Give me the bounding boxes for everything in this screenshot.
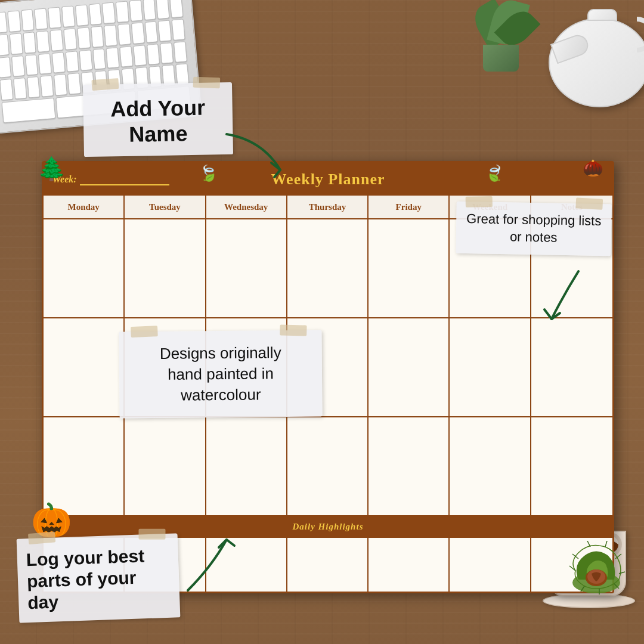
plant-decoration: [471, 0, 531, 72]
arrow-name-to-planner: [215, 128, 292, 182]
teapot-handle: [637, 17, 644, 52]
tape-right: [193, 77, 221, 89]
tape-log-left: [28, 531, 55, 544]
svg-line-8: [619, 572, 625, 574]
svg-line-4: [572, 554, 578, 559]
chestnut-svg: [566, 541, 626, 595]
day-header-tuesday: Tuesday: [125, 196, 206, 218]
grid-row-3: [44, 417, 612, 515]
note-log-text: Log your best parts of your day: [26, 544, 171, 614]
note-watercolour-text: Designs originally hand painted in water…: [128, 342, 314, 407]
teapot-body: [549, 18, 644, 107]
tape-shopping-left: [466, 196, 493, 208]
highlight-cell-5[interactable]: [369, 538, 450, 592]
grid-cell-3-7[interactable]: [531, 417, 612, 515]
tape-watercolour-left: [131, 326, 158, 338]
grid-cell-1-4[interactable]: [287, 219, 369, 317]
tape-watercolour-right: [280, 324, 306, 336]
day-header-thursday: Thursday: [287, 196, 369, 218]
svg-line-6: [605, 541, 607, 547]
day-header-monday: Monday: [44, 196, 125, 218]
arrow-log-to-highlights: [176, 525, 242, 596]
planner-header: 🌲 Week: 🍃 Weekly Planner 🍃 🌰: [44, 163, 612, 196]
grid-cell-3-2[interactable]: [125, 417, 206, 515]
tape-left: [91, 78, 119, 91]
grid-cell-1-1[interactable]: [44, 219, 125, 317]
chestnut-bottom-icon: [566, 541, 626, 605]
teapot-spout: [550, 32, 591, 64]
grid-cell-3-4[interactable]: [287, 417, 369, 515]
tape-shopping-right: [575, 197, 603, 209]
grid-cell-1-2[interactable]: [125, 219, 206, 317]
grid-cell-1-3[interactable]: [206, 219, 287, 317]
note-add-name: Add Your Name: [83, 82, 233, 157]
note-shopping-text: Great for shopping lists or notes: [465, 210, 603, 247]
highlight-cell-4[interactable]: [287, 538, 369, 592]
highlight-cell-6[interactable]: [450, 538, 531, 592]
pinecone-icon: 🌲: [38, 156, 66, 182]
leaf-right-icon: 🍃: [485, 162, 507, 184]
grid-cell-2-7[interactable]: [531, 318, 612, 416]
grid-cell-2-1[interactable]: [44, 318, 125, 416]
plant-leaves: [471, 0, 531, 48]
grid-cell-3-5[interactable]: [369, 417, 450, 515]
grid-cell-3-6[interactable]: [450, 417, 531, 515]
arrow-shopping-to-planner: [534, 265, 593, 331]
day-header-friday: Friday: [369, 196, 450, 218]
day-header-wednesday: Wednesday: [206, 196, 287, 218]
grid-cell-1-5[interactable]: [369, 219, 450, 317]
chestnut-top-icon: 🌰: [583, 158, 603, 178]
grid-cell-2-5[interactable]: [369, 318, 450, 416]
note-log: Log your best parts of your day: [17, 533, 181, 623]
grid-cell-3-3[interactable]: [206, 417, 287, 515]
tape-log-right: [138, 529, 165, 540]
plant-pot: [483, 45, 519, 72]
note-name-text: Add Your Name: [92, 94, 224, 148]
note-watercolour: Designs originally hand painted in water…: [119, 330, 322, 419]
week-input-line: [80, 174, 169, 185]
teapot-decoration: [525, 0, 644, 119]
note-shopping: Great for shopping lists or notes: [456, 202, 611, 256]
highlights-label: Daily Highlights: [293, 522, 364, 532]
grid-cell-2-6[interactable]: [450, 318, 531, 416]
teapot-lid: [587, 9, 617, 21]
